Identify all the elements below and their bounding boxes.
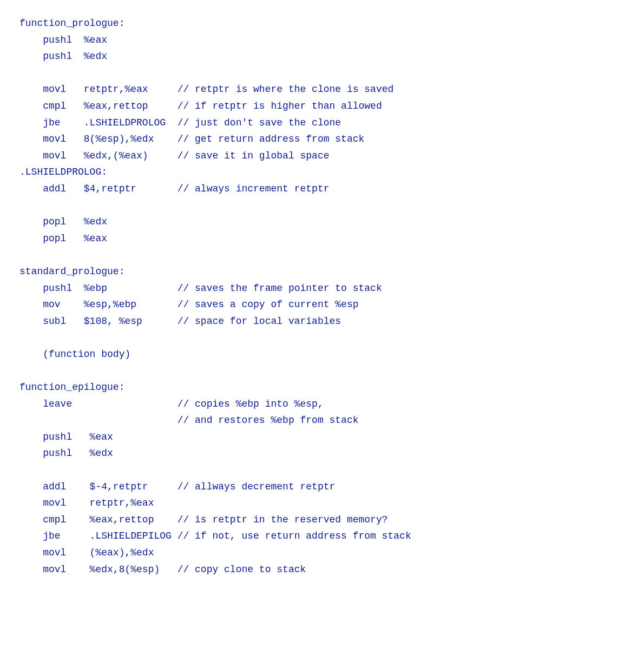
- code-line: pushl %ebp // saves the frame pointer to…: [19, 280, 625, 297]
- code-line: movl retptr,%eax: [19, 495, 625, 512]
- code-line: [19, 65, 625, 82]
- code-line: function_prologue:: [19, 15, 625, 32]
- code-line: addl $-4,retptr // allways decrement ret…: [19, 479, 625, 495]
- code-line: jbe .LSHIELDPROLOG // just don't save th…: [19, 115, 625, 131]
- code-line: pushl %edx: [19, 445, 625, 462]
- code-line: .LSHIELDPROLOG:: [19, 164, 625, 181]
- code-line: standard_prologue:: [19, 263, 625, 280]
- code-line: popl %eax: [19, 230, 625, 247]
- code-line: // and restores %ebp from stack: [19, 412, 625, 429]
- code-line: movl retptr,%eax // retptr is where the …: [19, 81, 625, 98]
- code-line: pushl %eax: [19, 32, 625, 49]
- code-line: [19, 197, 625, 214]
- code-line: [19, 247, 625, 263]
- code-line: jbe .LSHIELDEPILOG // if not, use return…: [19, 528, 625, 545]
- code-line: [19, 462, 625, 479]
- code-line: movl %edx,8(%esp) // copy clone to stack: [19, 561, 625, 578]
- code-line: cmpl %eax,rettop // is retptr in the res…: [19, 512, 625, 528]
- code-line: mov %esp,%ebp // saves a copy of current…: [19, 296, 625, 313]
- code-line: addl $4,retptr // always increment retpt…: [19, 181, 625, 197]
- code-line: (function body): [19, 346, 625, 363]
- code-line: popl %edx: [19, 214, 625, 230]
- code-line: leave // copies %ebp into %esp,: [19, 396, 625, 413]
- code-line: subl $108, %esp // space for local varia…: [19, 313, 625, 330]
- code-line: cmpl %eax,rettop // if retptr is higher …: [19, 98, 625, 115]
- code-line: movl 8(%esp),%edx // get return address …: [19, 131, 625, 148]
- code-line: pushl %eax: [19, 429, 625, 446]
- code-line: [19, 362, 625, 379]
- assembly-listing: function_prologue: pushl %eax pushl %edx…: [19, 15, 625, 578]
- code-line: movl %edx,(%eax) // save it in global sp…: [19, 148, 625, 164]
- code-line: function_epilogue:: [19, 379, 625, 396]
- code-line: [19, 329, 625, 346]
- code-line: pushl %edx: [19, 48, 625, 65]
- code-line: movl (%eax),%edx: [19, 545, 625, 561]
